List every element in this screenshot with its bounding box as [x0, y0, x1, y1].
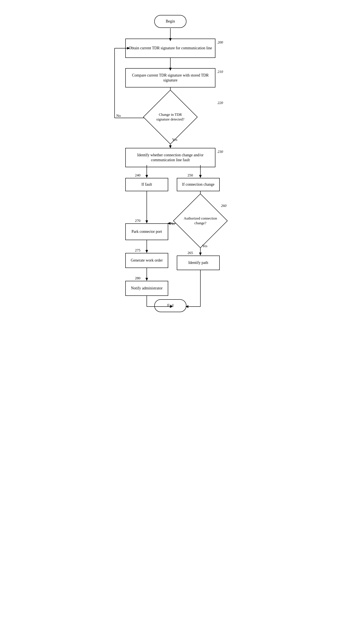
- svg-marker-23: [199, 252, 202, 256]
- ref-275: 275: [135, 248, 141, 252]
- step-265-node: Identify path: [177, 256, 220, 270]
- step-240-node: If fault: [125, 178, 168, 191]
- step-250-node: If connection change: [177, 178, 220, 191]
- svg-marker-17: [145, 220, 148, 224]
- yes-label-260: Yes: [202, 244, 207, 248]
- ref-270: 270: [135, 219, 141, 223]
- yes-label-220: Yes: [172, 138, 177, 142]
- step-275-node: Generate work order: [125, 253, 168, 268]
- step-280-node: Notify administrator: [125, 281, 168, 296]
- begin-node: Begin: [154, 15, 186, 28]
- svg-marker-15: [199, 175, 202, 178]
- step-200-node: Obtain current TDR signature for communi…: [125, 38, 215, 58]
- step-230-node: Identify whether connection change and/o…: [125, 148, 215, 167]
- ref-260: 260: [221, 204, 227, 208]
- no-label-220: No: [116, 114, 121, 118]
- no-label-260: No: [170, 222, 175, 226]
- ref-210: 210: [218, 70, 223, 74]
- ref-250: 250: [188, 173, 193, 178]
- end-node: End: [154, 299, 186, 312]
- ref-230: 230: [218, 150, 223, 154]
- ref-240: 240: [135, 173, 141, 178]
- ref-220: 220: [218, 101, 223, 105]
- step-270-node: Park connector port: [125, 224, 168, 240]
- ref-280: 280: [135, 276, 141, 280]
- step-210-node: Compare current TDR signature with store…: [125, 68, 215, 88]
- ref-200: 200: [218, 40, 223, 44]
- flowchart-diagram: Begin Obtain current TDR signature for c…: [97, 8, 248, 630]
- svg-marker-25: [145, 250, 148, 253]
- svg-marker-27: [145, 278, 148, 281]
- svg-marker-13: [145, 175, 148, 178]
- ref-265: 265: [188, 251, 193, 255]
